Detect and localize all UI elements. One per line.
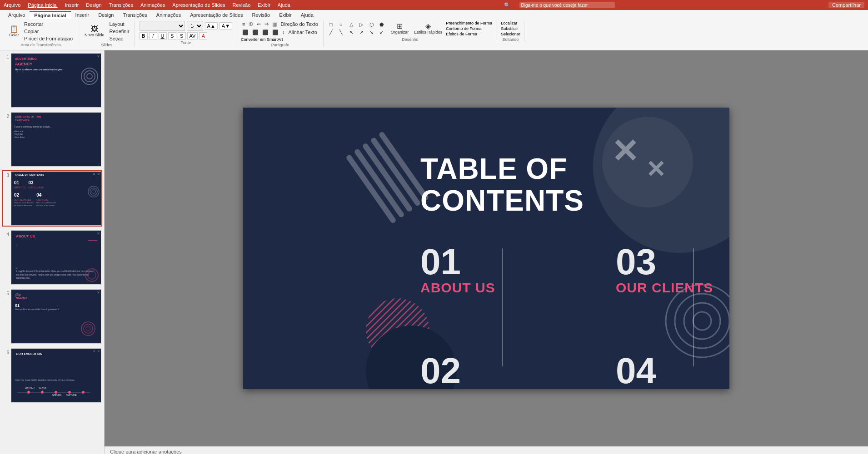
tab-pagina-inicial[interactable]: Página Inicial — [30, 11, 70, 19]
tab-apresentacao[interactable]: Apresentação de Slides — [185, 11, 247, 19]
svg-point-4 — [90, 188, 97, 195]
new-slide-button[interactable]: 🖼 Novo Slide — [83, 25, 106, 38]
menu-revisao[interactable]: Revisão — [233, 2, 251, 8]
slide-num-5: 5 — [3, 289, 9, 296]
line-spacing-button[interactable]: ↕ — [281, 29, 286, 36]
align-left-button[interactable]: ⬛ — [241, 29, 250, 36]
section-03-title: OUR CLIENTS — [616, 280, 713, 296]
slide-thumb-6[interactable]: 6 OUR EVOLUTION Here you could briefly d… — [2, 347, 102, 404]
search-input[interactable]: Diga-me o que você deseja fazer — [519, 2, 615, 8]
svg-text:JUPITER: JUPITER — [25, 386, 35, 389]
align-right-button[interactable]: ⬛ — [261, 29, 270, 36]
menu-pagina-inicial[interactable]: Página Inicial — [28, 2, 57, 8]
replace-button[interactable]: Substituir — [501, 26, 520, 31]
tab-transicoes[interactable]: Transições — [118, 11, 151, 19]
effects-button[interactable]: Efeitos de Forma — [446, 32, 492, 36]
slide-img-6: OUR EVOLUTION Here you could briefly des… — [11, 348, 101, 403]
menu-inserir[interactable]: Inserir — [65, 2, 79, 8]
shape-5[interactable]: ⬡ — [368, 21, 377, 28]
italic-button[interactable]: I — [149, 32, 157, 39]
tab-revisao[interactable]: Revisão — [247, 11, 274, 19]
shape-9[interactable]: ↖ — [348, 29, 357, 36]
clipboard-label: Área de Transferência — [20, 43, 61, 47]
fill-button[interactable]: Preenchimento de Forma — [446, 21, 492, 25]
shape-7[interactable]: ╱ — [328, 29, 337, 36]
slide-thumb-1[interactable]: 1 ADVERTISING AGENCY Here is where your … — [2, 52, 102, 109]
font-color-button[interactable]: A — [199, 32, 207, 39]
bold-button[interactable]: B — [140, 32, 148, 39]
shape-3[interactable]: △ — [348, 21, 357, 28]
slide-thumb-3[interactable]: 3 TABLE OF CONTENTS 01 ABOUT US 03 OUR C… — [2, 170, 102, 227]
columns-button[interactable]: ▥ — [271, 21, 278, 28]
slide-canvas-wrapper: ✕ ✕ — [105, 50, 868, 446]
organize-button[interactable]: ⊞ Organizar — [389, 22, 411, 35]
reset-button[interactable]: Redefinir — [108, 28, 131, 35]
slide-num-1: 1 — [3, 53, 9, 60]
align-center-button[interactable]: ⬛ — [251, 29, 260, 36]
paste-button[interactable]: 📋 Colar — [7, 25, 21, 38]
text-direction-button[interactable]: Direção do Texto — [279, 21, 319, 28]
menu-exibir[interactable]: Exibir — [258, 2, 270, 8]
font-size-select[interactable]: 14 — [187, 21, 203, 31]
shape-8[interactable]: ╲ — [338, 29, 347, 36]
share-button[interactable]: Compartilhar — [828, 2, 864, 8]
quick-styles-button[interactable]: ◈ Estilos Rápidos — [412, 22, 444, 35]
section-01-num: 01 — [420, 244, 495, 280]
font-name-select[interactable] — [140, 21, 185, 31]
menu-transicoes[interactable]: Transições — [109, 2, 133, 8]
shadow-button[interactable]: S — [178, 32, 186, 39]
justify-button[interactable]: ⬛ — [271, 29, 280, 36]
tab-design[interactable]: Design — [94, 11, 118, 19]
slide-img-3: TABLE OF CONTENTS 01 ABOUT US 03 OUR CLI… — [11, 171, 101, 226]
outline-button[interactable]: Contorno de Forma — [446, 26, 492, 31]
slide-thumb-2[interactable]: 2 CONTENTS OF THIS TEMPLATE A slide is c… — [2, 111, 102, 168]
slide-panel[interactable]: 1 ADVERTISING AGENCY Here is where your … — [0, 50, 105, 454]
underline-button[interactable]: U — [159, 32, 167, 39]
shape-10[interactable]: ↗ — [358, 29, 367, 36]
notes-bar[interactable]: Clique para adicionar anotações — [105, 446, 868, 454]
decrease-indent-button[interactable]: ⇐ — [255, 21, 262, 28]
menu-design[interactable]: Design — [86, 2, 101, 8]
cut-button[interactable]: Recortar — [23, 21, 74, 27]
slide-num-4: 4 — [3, 230, 9, 237]
slide-num-6: 6 — [3, 348, 9, 355]
tab-inserir[interactable]: Inserir — [71, 11, 94, 19]
menu-ajuda[interactable]: Ajuda — [278, 2, 290, 8]
tab-exibir[interactable]: Exibir — [274, 11, 296, 19]
spacing-button[interactable]: AV — [187, 32, 198, 39]
increase-indent-button[interactable]: ⇒ — [263, 21, 270, 28]
find-button[interactable]: Localizar — [501, 21, 520, 25]
slide-thumb-4[interactable]: 4 ABOUT US It could be the part of the p… — [2, 229, 102, 286]
numbered-list-button[interactable]: ① — [247, 21, 254, 28]
bullet-list-button[interactable]: ≡ — [241, 21, 246, 28]
strikethrough-button[interactable]: S — [168, 32, 176, 39]
shape-4[interactable]: ▷ — [358, 21, 367, 28]
shape-11[interactable]: ↘ — [368, 29, 377, 36]
shape-1[interactable]: □ — [328, 21, 337, 28]
layout-button[interactable]: Layout — [108, 21, 131, 27]
align-text-button[interactable]: Alinhar Texto — [287, 29, 319, 36]
paste-icon: 📋 — [10, 25, 19, 33]
svg-point-8 — [84, 324, 93, 333]
shape-2[interactable]: ○ — [338, 21, 347, 28]
slide-thumb-5[interactable]: 5 OUR AGENCY 01 You could enter a subtit… — [2, 288, 102, 345]
format-painter-button[interactable]: Pincel de Formatação — [23, 35, 74, 42]
paragraph-label: Parágrafo — [271, 43, 289, 47]
convert-smartart-button[interactable]: Converter em SmartArt — [241, 37, 319, 42]
slide-img-5: OUR AGENCY 01 You could enter a subtitle… — [11, 289, 101, 344]
tab-animacoes[interactable]: Animações — [152, 11, 185, 19]
menu-arquivo[interactable]: Arquivo — [4, 2, 20, 8]
diagonal-lines — [345, 126, 432, 217]
tab-ajuda[interactable]: Ajuda — [296, 11, 318, 19]
increase-font-button[interactable]: A▲ — [205, 22, 218, 30]
menu-animacoes[interactable]: Animações — [140, 2, 165, 8]
menu-apresentacao[interactable]: Apresentação de Slides — [172, 2, 225, 8]
copy-button[interactable]: Copiar — [23, 28, 74, 35]
slide-num-3: 3 — [3, 171, 9, 178]
select-button[interactable]: Selecionar — [501, 32, 520, 36]
tab-arquivo[interactable]: Arquivo — [4, 11, 30, 19]
decrease-font-button[interactable]: A▼ — [219, 22, 232, 30]
shape-12[interactable]: ↙ — [378, 29, 387, 36]
section-button[interactable]: Seção — [108, 35, 131, 42]
shape-6[interactable]: ⬟ — [378, 21, 387, 28]
